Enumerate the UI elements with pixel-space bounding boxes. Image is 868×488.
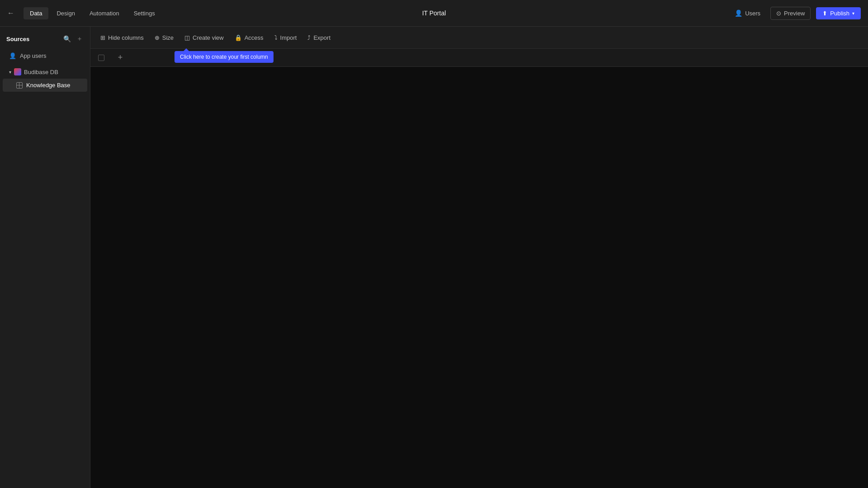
columns-icon: ⊞ — [100, 34, 105, 41]
sidebar-group-budibase-db: ▾ Budibase DB Knowledge Base — [0, 65, 90, 92]
sidebar-item-app-users[interactable]: 👤 App users — [3, 49, 87, 63]
select-all-checkbox[interactable] — [98, 55, 104, 61]
size-button[interactable]: ⊕ Size — [150, 32, 178, 43]
preview-label: Preview — [784, 10, 805, 17]
app-users-icon: 👤 — [9, 52, 16, 59]
tab-automation[interactable]: Automation — [83, 7, 126, 19]
import-button[interactable]: ⤵ Import — [270, 32, 302, 43]
main-layout: Sources 🔍 ＋ 👤 App users ▾ Budibase DB — [0, 27, 868, 488]
add-source-icon[interactable]: ＋ — [75, 34, 84, 44]
tab-settings[interactable]: Settings — [127, 7, 161, 19]
publish-icon: ⬆ — [822, 10, 827, 17]
sidebar-item-knowledge-base[interactable]: Knowledge Base — [3, 79, 87, 92]
export-button[interactable]: ⤴ Export — [303, 32, 335, 43]
create-first-column-tooltip[interactable]: Click here to create your first column — [175, 51, 274, 63]
plus-icon: + — [118, 53, 123, 62]
select-all-checkbox-cell — [90, 55, 112, 61]
app-users-label: App users — [20, 52, 47, 59]
table-icon — [16, 82, 23, 89]
import-label: Import — [280, 34, 297, 41]
nav-right: 👤 Users ⊙ Preview ⬆ Publish ▾ — [730, 7, 861, 20]
sidebar-header: Sources 🔍 ＋ — [0, 27, 90, 48]
toolbar: ⊞ Hide columns ⊕ Size ◫ Create view 🔒 Ac… — [90, 27, 868, 49]
app-title: IT Portal — [422, 9, 446, 17]
sidebar-group-budibase-db-header[interactable]: ▾ Budibase DB — [3, 66, 87, 78]
back-button[interactable]: ← — [7, 9, 14, 17]
chevron-down-icon: ▾ — [9, 70, 11, 75]
sources-title: Sources — [6, 36, 29, 42]
budibase-db-icon — [14, 68, 21, 75]
tab-data[interactable]: Data — [24, 7, 48, 19]
table-body — [90, 67, 868, 488]
import-icon: ⤵ — [274, 34, 278, 41]
nav-tabs: Data Design Automation Settings — [24, 7, 161, 19]
hide-columns-button[interactable]: ⊞ Hide columns — [96, 32, 148, 43]
size-label: Size — [162, 34, 174, 41]
publish-label: Publish — [830, 10, 849, 17]
content-area: ⊞ Hide columns ⊕ Size ◫ Create view 🔒 Ac… — [90, 27, 868, 488]
create-view-label: Create view — [193, 34, 224, 41]
budibase-db-label: Budibase DB — [24, 69, 58, 75]
preview-button[interactable]: ⊙ Preview — [770, 7, 811, 20]
preview-icon: ⊙ — [776, 10, 781, 17]
sidebar: Sources 🔍 ＋ 👤 App users ▾ Budibase DB — [0, 27, 90, 488]
view-icon: ◫ — [184, 34, 190, 41]
nav-left: ← Data Design Automation Settings — [7, 7, 161, 19]
export-icon: ⤴ — [307, 34, 311, 41]
add-column-button[interactable]: + — [112, 50, 128, 66]
users-button[interactable]: 👤 Users — [730, 7, 765, 19]
sidebar-header-icons: 🔍 ＋ — [62, 34, 84, 44]
tooltip-text: Click here to create your first column — [180, 54, 268, 60]
create-view-button[interactable]: ◫ Create view — [180, 32, 228, 43]
search-icon[interactable]: 🔍 — [62, 34, 72, 43]
export-label: Export — [313, 34, 330, 41]
hide-columns-label: Hide columns — [108, 34, 144, 41]
size-icon: ⊕ — [155, 34, 160, 41]
tab-design[interactable]: Design — [50, 7, 81, 19]
publish-button[interactable]: ⬆ Publish ▾ — [816, 7, 861, 19]
chevron-down-icon: ▾ — [852, 11, 854, 16]
user-icon: 👤 — [735, 9, 742, 17]
lock-icon: 🔒 — [235, 34, 242, 41]
access-button[interactable]: 🔒 Access — [230, 32, 268, 43]
users-label: Users — [745, 10, 760, 17]
top-nav: ← Data Design Automation Settings IT Por… — [0, 0, 868, 27]
knowledge-base-label: Knowledge Base — [26, 82, 71, 89]
access-label: Access — [245, 34, 264, 41]
